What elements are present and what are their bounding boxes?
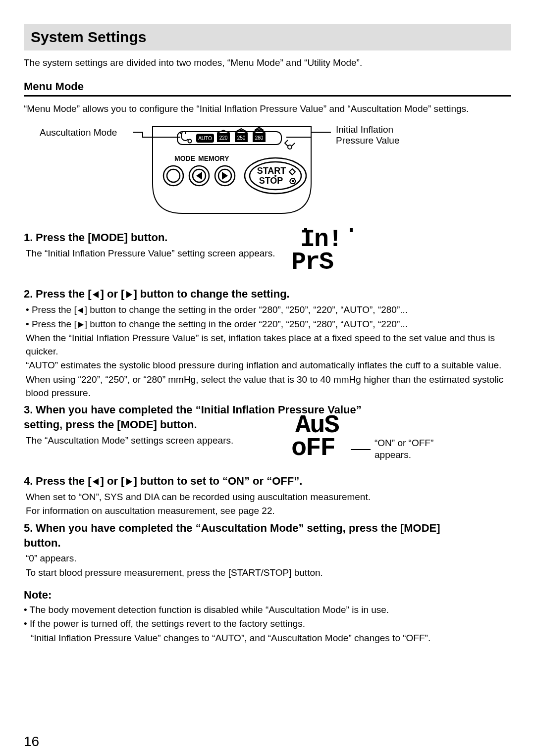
step-2-body: • Press the [] button to change the sett… <box>24 303 511 400</box>
note-heading: Note: <box>24 589 511 602</box>
triangle-right-icon <box>77 321 85 328</box>
leader-line <box>351 442 375 457</box>
mark-280: 280 <box>253 127 266 142</box>
triangle-right-icon <box>124 291 133 299</box>
svg-point-8 <box>167 169 180 182</box>
mark-250: 250 <box>235 129 248 142</box>
svg-text:oFF: oFF <box>291 434 335 461</box>
step-5: 5.When you have completed the “Auscultat… <box>24 521 511 580</box>
page: System Settings The system settings are … <box>0 0 535 756</box>
triangle-left-icon <box>92 291 101 299</box>
step-5-head: 5.When you have completed the “Auscultat… <box>24 521 470 550</box>
svg-text:280: 280 <box>255 135 264 141</box>
title-bar: System Settings <box>24 24 511 50</box>
svg-point-1 <box>188 140 192 143</box>
svg-text:220: 220 <box>219 135 228 141</box>
triangle-right-icon <box>222 172 228 180</box>
on-off-caption: “ON” or “OFF” appears. <box>374 437 433 461</box>
triangle-left-icon <box>77 307 85 314</box>
mode-label: MODE <box>174 154 195 162</box>
step-2-head: 2.Press the [] or [] button to change th… <box>24 287 511 302</box>
cuff-icon <box>285 140 295 149</box>
triangle-right-icon <box>124 478 133 486</box>
lcd-init-prs: In! PrS <box>286 225 371 277</box>
start-stop-button[interactable]: START STOP <box>245 158 306 194</box>
step-4: 4.Press the [] or [] button to set to “O… <box>24 474 511 518</box>
step-2: 2.Press the [] or [] button to change th… <box>24 287 511 400</box>
stethoscope-icon <box>181 132 192 143</box>
menu-mode-heading: Menu Mode <box>24 80 511 97</box>
note-body: • The body movement detection function i… <box>24 604 511 645</box>
step-3-body: The “Auscultation Mode” settings screen … <box>24 434 273 448</box>
diagram-label-auscultation: Auscultation Mode <box>40 127 117 138</box>
memory-right-button[interactable] <box>215 166 235 186</box>
triangle-left-icon <box>196 172 202 180</box>
page-number: 16 <box>24 734 511 750</box>
mode-button[interactable] <box>163 166 183 186</box>
pressure-auto: AUTO <box>198 136 212 141</box>
svg-text:START: START <box>257 166 286 176</box>
step-1-body: The “Initial Inflation Pressure Value” s… <box>24 247 283 260</box>
menu-mode-desc: “Menu Mode” allows you to configure the … <box>24 103 511 114</box>
svg-rect-21 <box>304 228 307 232</box>
svg-point-17 <box>274 175 276 177</box>
memory-left-button[interactable] <box>189 166 209 186</box>
step-1: 1.Press the [MODE] button. The “Initial … <box>24 230 511 260</box>
svg-rect-18 <box>292 180 294 182</box>
step-3: 3.When you have completed the “Initial I… <box>24 403 511 447</box>
intro-text: The system settings are divided into two… <box>24 57 511 68</box>
svg-text:STOP: STOP <box>259 176 283 186</box>
triangle-left-icon <box>92 478 101 486</box>
svg-rect-22 <box>350 228 353 232</box>
svg-text:250: 250 <box>237 135 246 141</box>
step-1-head: 1.Press the [MODE] button. <box>24 230 511 245</box>
diagram-label-initial-inflation: Initial Inflation Pressure Value <box>336 124 400 146</box>
device-panel: AUTO 220 250 280 M <box>148 124 316 216</box>
device-diagram: Auscultation Mode Initial Inflation Pres… <box>24 124 509 218</box>
svg-point-6 <box>288 145 292 149</box>
step-4-body: When set to “ON”, SYS and DIA can be rec… <box>24 491 511 518</box>
svg-text:PrS: PrS <box>291 248 333 275</box>
page-title: System Settings <box>31 29 504 46</box>
step-4-head: 4.Press the [] or [] button to set to “O… <box>24 474 511 489</box>
step-5-body: “0” appears. To start blood pressure mea… <box>24 552 511 579</box>
start-icon <box>289 169 295 175</box>
memory-label: MEMORY <box>198 154 229 162</box>
